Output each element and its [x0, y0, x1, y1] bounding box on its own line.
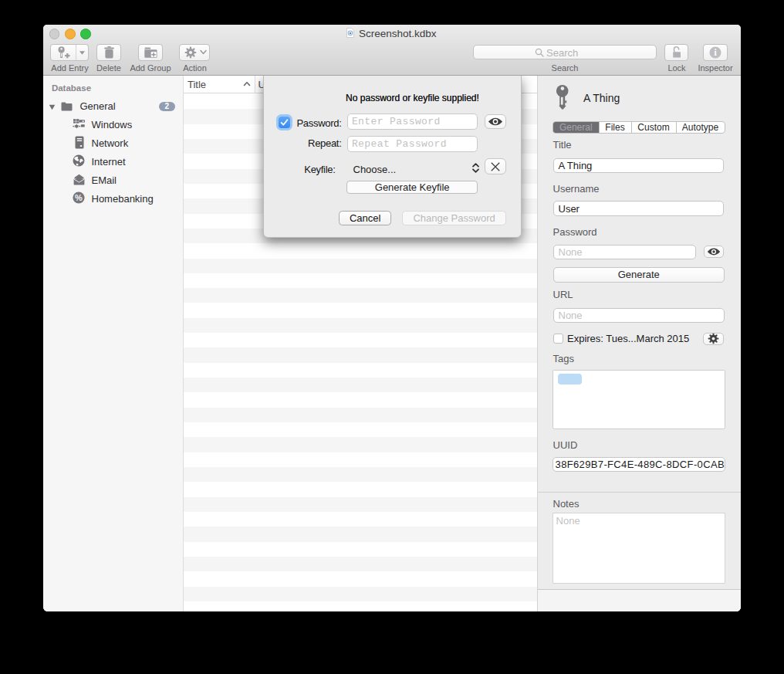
svg-text:%: %: [75, 193, 83, 202]
